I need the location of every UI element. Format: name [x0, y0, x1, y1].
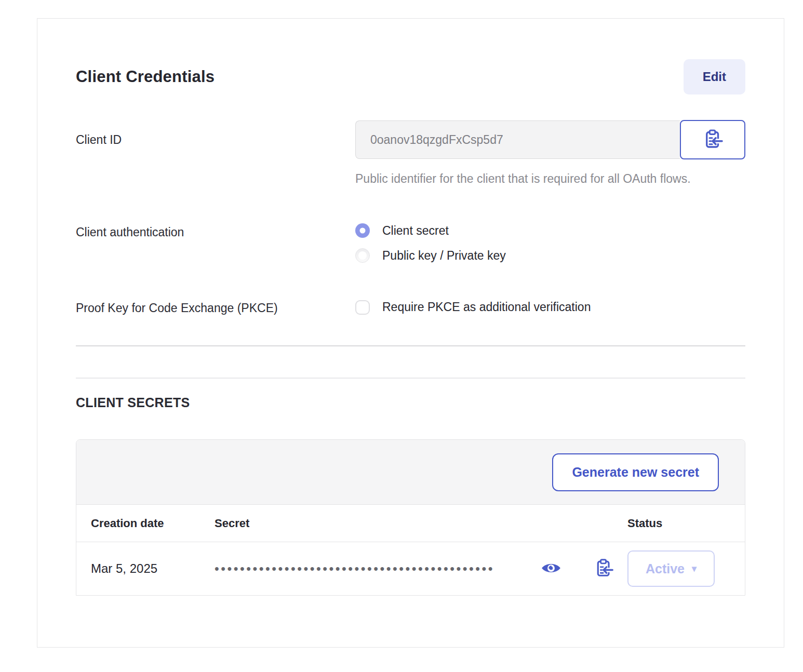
section-divider-bottom	[76, 378, 745, 379]
section-header: Client Credentials Edit	[76, 59, 745, 95]
radio-unselected-icon[interactable]	[355, 248, 370, 263]
generate-new-secret-button[interactable]: Generate new secret	[552, 453, 719, 491]
secret-table-row: Mar 5, 2025 ••••••••••••••••••••••••••••…	[76, 542, 745, 595]
pkce-label: Proof Key for Code Exchange (PKCE)	[76, 299, 355, 315]
client-id-input[interactable]	[355, 120, 680, 159]
client-credentials-card: Client Credentials Edit Client ID	[37, 18, 784, 648]
clipboard-copy-icon	[593, 558, 614, 580]
radio-option-public-private-key[interactable]: Public key / Private key	[355, 248, 745, 263]
column-header-creation-date: Creation date	[91, 517, 215, 530]
client-authentication-label: Client authentication	[76, 223, 355, 239]
column-header-status: Status	[627, 517, 730, 530]
secret-status-cell: Active ▾	[627, 550, 730, 587]
edit-button[interactable]: Edit	[684, 59, 745, 95]
caret-down-icon: ▾	[692, 563, 697, 574]
secret-creation-date: Mar 5, 2025	[91, 561, 215, 576]
client-secrets-table: Generate new secret Creation date Secret…	[76, 439, 745, 596]
status-label: Active	[646, 561, 685, 576]
radio-selected-icon[interactable]	[355, 223, 370, 238]
secrets-table-toolbar: Generate new secret	[76, 440, 745, 504]
pkce-checkbox[interactable]	[355, 300, 370, 315]
secrets-table-header-row: Creation date Secret Status	[76, 504, 745, 542]
client-secrets-heading: CLIENT SECRETS	[76, 395, 745, 410]
pkce-checkbox-label: Require PKCE as additional verification	[382, 300, 591, 314]
secret-value-cell: ••••••••••••••••••••••••••••••••••••••••…	[215, 558, 627, 580]
copy-client-id-button[interactable]	[680, 120, 745, 159]
client-authentication-row: Client authentication Client secret Publ…	[76, 223, 745, 263]
client-id-help-text: Public identifier for the client that is…	[355, 166, 719, 191]
section-divider-top	[76, 345, 745, 346]
page-title: Client Credentials	[76, 68, 215, 86]
eye-icon	[541, 561, 561, 577]
clipboard-copy-icon	[702, 128, 724, 152]
radio-label: Client secret	[382, 224, 449, 238]
column-header-secret: Secret	[215, 517, 627, 530]
pkce-row: Proof Key for Code Exchange (PKCE) Requi…	[76, 299, 745, 315]
radio-option-client-secret[interactable]: Client secret	[355, 223, 745, 238]
radio-label: Public key / Private key	[382, 249, 506, 263]
client-id-row: Client ID	[76, 120, 745, 191]
client-id-control: Public identifier for the client that is…	[355, 120, 745, 191]
client-id-label: Client ID	[76, 120, 355, 147]
status-dropdown-button[interactable]: Active ▾	[627, 550, 715, 587]
copy-secret-button[interactable]	[593, 558, 614, 580]
masked-secret-value: ••••••••••••••••••••••••••••••••••••••••…	[215, 562, 534, 575]
reveal-secret-button[interactable]	[541, 561, 561, 577]
client-authentication-options: Client secret Public key / Private key	[355, 223, 745, 263]
